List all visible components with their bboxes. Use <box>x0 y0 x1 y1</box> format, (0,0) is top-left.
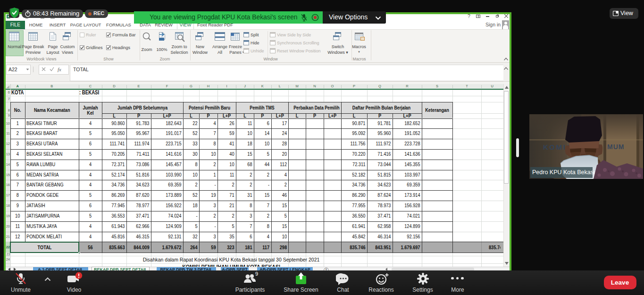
svg-text:MUM: MUM <box>607 143 624 151</box>
